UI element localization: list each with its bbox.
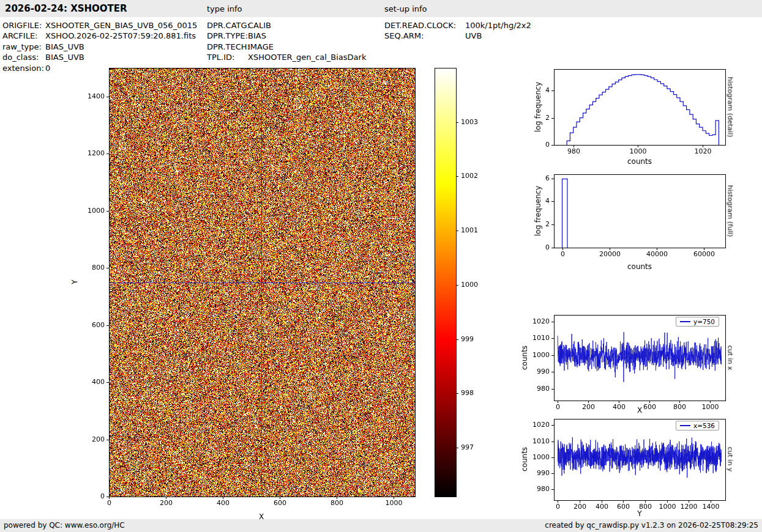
meta-label: DPR.TYPE:	[207, 31, 248, 41]
meta-value: BIAS	[248, 31, 266, 41]
qc-rawdisp-page: 2026-02-24: XSHOOTER type info set-up in…	[0, 0, 762, 532]
page-title: 2026-02-24: XSHOOTER	[5, 3, 127, 14]
meta-row-arcfile: ARCFILE: XSHOO.2026-02-25T07:59:20.881.f…	[2, 31, 197, 41]
meta-row-seq-arm: SEQ.ARM: UVB	[384, 31, 531, 41]
meta-label: ORIGFILE:	[2, 20, 45, 31]
footer-right-text: created by qc_rawdisp.py v1.2.3 on 2026-…	[545, 521, 758, 530]
histogram-detail-side-label: histogram (detail)	[727, 77, 734, 138]
meta-value: UVB	[465, 31, 482, 41]
colorbar-canvas	[428, 61, 487, 508]
cut-in-x-side-label: cut in x	[727, 345, 734, 371]
meta-label: extension:	[2, 63, 45, 73]
cut-in-y-side-label: cut in y	[727, 447, 734, 472]
footer-left-text: powered by QC: www.eso.org/HC	[4, 521, 125, 530]
setup-info-heading: set-up info	[384, 4, 427, 13]
meta-label: DPR.TECH:	[207, 42, 248, 52]
meta-value: 100k/1pt/hg/2x2	[465, 20, 531, 31]
histogram-full-side-label: histogram (full)	[727, 185, 734, 237]
histogram-detail-canvas	[526, 61, 731, 162]
histogram-detail-ylabel: log frequency	[534, 82, 542, 132]
histogram-full-xlabel: counts	[627, 262, 652, 271]
cut-in-y-legend-label: x=536	[693, 422, 715, 429]
meta-label: SEQ.ARM:	[384, 31, 465, 41]
histogram-full-canvas	[526, 166, 731, 264]
meta-value: BIAS_UVB	[45, 42, 84, 52]
metadata-setup-info: DET.READ.CLOCK: 100k/1pt/hg/2x2 SEQ.ARM:…	[384, 20, 531, 42]
meta-row-dpr-tech: DPR.TECH: IMAGE	[207, 42, 366, 52]
meta-label: ARCFILE:	[2, 31, 45, 41]
legend-line-icon	[680, 321, 690, 322]
bias-image-canvas	[86, 61, 425, 514]
histogram-detail-xlabel: counts	[627, 157, 652, 166]
cut-in-y-ylabel: counts	[520, 447, 529, 471]
legend-line-icon	[680, 425, 690, 426]
meta-row-det-read-clock: DET.READ.CLOCK: 100k/1pt/hg/2x2	[384, 20, 531, 31]
bias-image-ylabel: Y	[70, 279, 79, 284]
meta-value: BIAS_UVB	[45, 52, 84, 62]
cut-in-y-xlabel: Y	[637, 509, 641, 518]
meta-value: CALIB	[248, 20, 271, 31]
cut-in-x-ylabel: counts	[520, 345, 529, 370]
histogram-full-ylabel: log frequency	[534, 186, 542, 236]
meta-value: IMAGE	[248, 42, 274, 52]
meta-label: do_class:	[2, 52, 45, 62]
meta-label: DET.READ.CLOCK:	[384, 20, 465, 31]
meta-value: XSHOOTER_GEN_BIAS_UVB_056_0015	[45, 20, 197, 31]
cut-in-x-legend: y=750	[676, 317, 719, 327]
meta-label: DPR.CATG:	[207, 20, 248, 31]
type-info-heading: type info	[207, 4, 242, 13]
meta-row-dpr-catg: DPR.CATG: CALIB	[207, 20, 366, 31]
meta-value: XSHOO.2026-02-25T07:59:20.881.fits	[45, 31, 196, 41]
meta-row-dpr-type: DPR.TYPE: BIAS	[207, 31, 366, 41]
meta-row-raw-type: raw_type: BIAS_UVB	[2, 42, 197, 52]
metadata-type-info: DPR.CATG: CALIB DPR.TYPE: BIAS DPR.TECH:…	[207, 20, 366, 63]
meta-value: 0	[45, 63, 50, 73]
meta-label: raw_type:	[2, 42, 45, 52]
cut-in-x-legend-label: y=750	[693, 318, 715, 325]
cut-in-y-legend: x=536	[676, 421, 719, 430]
meta-row-origfile: ORIGFILE: XSHOOTER_GEN_BIAS_UVB_056_0015	[2, 20, 197, 31]
